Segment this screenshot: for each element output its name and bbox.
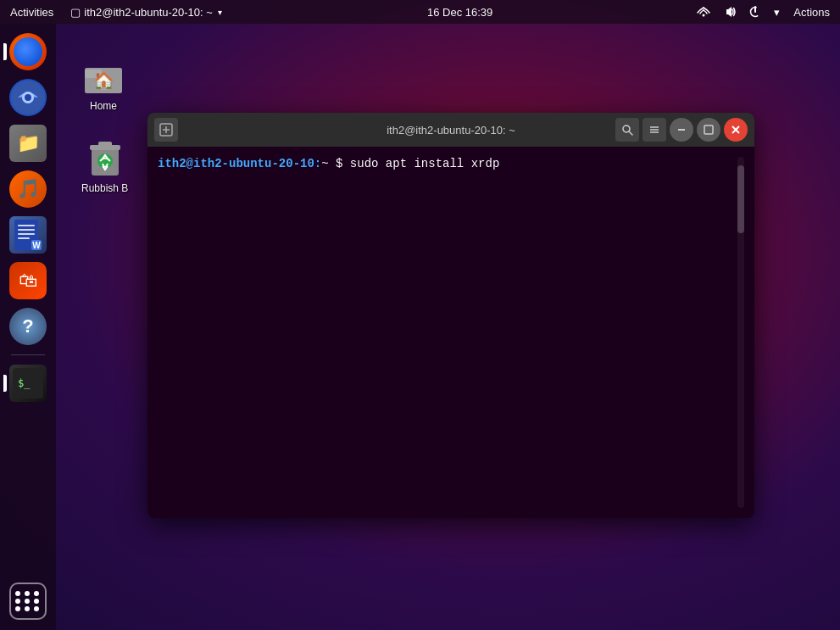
show-apps-button[interactable] xyxy=(9,583,47,620)
svg-line-27 xyxy=(629,131,632,135)
top-panel: Activities ▢ ith2@ith2-ubuntu-20-10: ~ ▾… xyxy=(0,0,840,24)
writer-icon: W xyxy=(9,216,47,254)
rubbish-icon xyxy=(83,135,127,179)
files-icon: 📁 xyxy=(9,125,47,162)
terminal-command: $ sudo apt install xrdp xyxy=(329,157,500,170)
dot-5 xyxy=(25,599,30,604)
titlebar-controls xyxy=(615,118,748,142)
dock-item-thunderbird[interactable] xyxy=(7,76,49,119)
power-icon[interactable] xyxy=(743,0,767,24)
terminal-menu-button[interactable] xyxy=(643,118,666,142)
dock-item-firefox[interactable] xyxy=(7,31,49,73)
rhythmbox-icon: 🎵 xyxy=(9,170,47,208)
panel-app-title[interactable]: ▢ ith2@ith2-ubuntu-20-10: ~ ▾ xyxy=(64,6,229,19)
apps-grid-icon xyxy=(9,583,47,620)
actions-button[interactable]: Actions xyxy=(787,0,837,24)
svg-point-0 xyxy=(703,14,705,17)
panel-center: 16 Dec 16:39 xyxy=(229,6,691,19)
scrollbar-thumb xyxy=(737,165,744,233)
dot-7 xyxy=(15,606,20,611)
svg-rect-10 xyxy=(18,237,30,239)
thunderbird-icon xyxy=(9,79,47,116)
terminal-maximize-button[interactable] xyxy=(697,118,720,142)
panel-right: ▾ Actions xyxy=(691,0,840,24)
rubbish-icon-label: Rubbish B xyxy=(81,182,128,194)
dock: 📁 🎵 W 🛍 xyxy=(0,24,56,630)
app-title-label: ith2@ith2-ubuntu-20-10: ~ xyxy=(84,6,213,19)
prompt-separator: ~ xyxy=(321,157,328,170)
terminal-body: ith2@ith2-ubuntu-20-10: ~ $ sudo apt ins… xyxy=(147,147,754,518)
dock-item-terminal[interactable]: $_ xyxy=(7,362,49,404)
volume-icon[interactable] xyxy=(718,0,742,24)
terminal-titlebar: ith2@ith2-ubuntu-20-10: ~ xyxy=(147,113,754,147)
svg-text:$_: $_ xyxy=(18,377,31,389)
terminal-prompt-line: ith2@ith2-ubuntu-20-10: ~ $ sudo apt ins… xyxy=(158,157,737,170)
terminal-content[interactable]: ith2@ith2-ubuntu-20-10: ~ $ sudo apt ins… xyxy=(158,157,737,508)
terminal-window-title: ith2@ith2-ubuntu-20-10: ~ xyxy=(387,124,515,137)
home-icon-label: Home xyxy=(90,100,117,112)
dot-3 xyxy=(34,591,39,596)
dock-item-files[interactable]: 📁 xyxy=(7,122,49,164)
new-tab-button[interactable] xyxy=(154,118,178,142)
dock-item-help[interactable]: ? xyxy=(7,305,49,348)
panel-left: Activities ▢ ith2@ith2-ubuntu-20-10: ~ ▾ xyxy=(0,0,229,24)
apps-dots-grid xyxy=(15,591,41,611)
dock-divider xyxy=(11,354,45,355)
svg-text:W: W xyxy=(32,241,41,250)
app-menu-chevron: ▾ xyxy=(218,8,222,17)
terminal-minimize-button[interactable] xyxy=(670,118,693,142)
terminal-search-button[interactable] xyxy=(615,118,639,142)
svg-text:🏠: 🏠 xyxy=(93,70,114,91)
terminal-dock-icon: $_ xyxy=(9,365,47,402)
datetime-display: 16 Dec 16:39 xyxy=(427,6,492,19)
terminal-close-button[interactable] xyxy=(724,118,748,142)
dock-item-rhythmbox[interactable]: 🎵 xyxy=(7,168,49,210)
dot-1 xyxy=(15,591,20,596)
terminal-window: ith2@ith2-ubuntu-20-10: ~ xyxy=(147,113,754,518)
dot-8 xyxy=(25,606,30,611)
terminal-icon-small: ▢ xyxy=(70,6,81,19)
dot-2 xyxy=(25,591,30,596)
prompt-user: ith2@ith2-ubuntu-20-10: xyxy=(158,157,321,170)
dot-4 xyxy=(15,599,20,604)
network-icon[interactable] xyxy=(691,0,716,24)
activities-button[interactable]: Activities xyxy=(0,0,64,24)
dock-item-writer[interactable]: W xyxy=(7,214,49,256)
power-chevron[interactable]: ▾ xyxy=(769,0,785,24)
home-folder-icon: 🏠 xyxy=(81,53,125,97)
svg-rect-7 xyxy=(18,225,35,226)
dot-6 xyxy=(34,599,39,604)
firefox-icon xyxy=(9,33,47,70)
svg-rect-21 xyxy=(98,142,112,147)
help-icon: ? xyxy=(9,308,47,345)
software-center-icon: 🛍 xyxy=(9,262,47,299)
desktop-icon-home[interactable]: 🏠 Home xyxy=(78,49,129,115)
svg-rect-9 xyxy=(18,233,35,235)
svg-rect-8 xyxy=(18,229,35,231)
terminal-scrollbar[interactable] xyxy=(737,157,744,508)
svg-point-5 xyxy=(25,94,31,101)
desktop-icon-rubbish[interactable]: Rubbish B xyxy=(78,131,131,198)
desktop: Activities ▢ ith2@ith2-ubuntu-20-10: ~ ▾… xyxy=(0,0,840,630)
svg-rect-32 xyxy=(704,125,713,134)
dot-9 xyxy=(34,606,39,611)
dock-item-software-center[interactable]: 🛍 xyxy=(7,259,49,302)
